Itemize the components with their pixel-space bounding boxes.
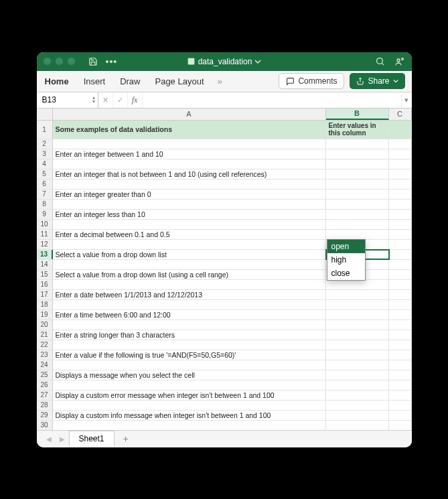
col-header-B[interactable]: B <box>326 109 389 120</box>
more-icon[interactable]: ••• <box>106 56 118 67</box>
cell[interactable] <box>389 200 412 209</box>
add-sheet-button[interactable]: + <box>115 431 137 447</box>
cell[interactable] <box>53 180 326 189</box>
row-header[interactable]: 27 <box>37 390 53 400</box>
cell[interactable] <box>326 421 389 430</box>
next-sheet-icon[interactable]: ▶ <box>56 435 69 443</box>
cell-A21[interactable]: Enter a string longer than 3 characters <box>53 330 326 340</box>
cell[interactable] <box>53 260 326 269</box>
tab-insert[interactable]: Insert <box>82 73 107 90</box>
cell[interactable] <box>389 401 412 410</box>
select-all-corner[interactable] <box>37 109 53 120</box>
row-header[interactable]: 26 <box>37 380 53 390</box>
row-header[interactable]: 17 <box>37 290 53 299</box>
save-icon[interactable] <box>88 57 98 66</box>
row-header[interactable]: 24 <box>37 360 53 370</box>
cell[interactable] <box>326 380 389 390</box>
cell[interactable] <box>326 169 389 179</box>
cell[interactable] <box>53 139 326 149</box>
cell[interactable] <box>389 421 412 430</box>
cell[interactable] <box>389 149 412 159</box>
cell[interactable] <box>326 200 389 209</box>
cell[interactable] <box>53 240 326 249</box>
cell[interactable] <box>326 190 389 199</box>
dropdown-option[interactable]: close <box>327 267 365 280</box>
more-tabs-icon[interactable]: » <box>218 76 222 86</box>
row-header[interactable]: 2 <box>37 139 53 149</box>
cell[interactable] <box>389 330 412 340</box>
cell[interactable] <box>389 139 412 149</box>
cell-A29[interactable]: Display a custom info message when integ… <box>53 411 326 420</box>
row-header[interactable]: 23 <box>37 350 53 360</box>
cell[interactable] <box>53 159 326 169</box>
cell-A27[interactable]: Display a custom error message when inte… <box>53 390 326 400</box>
fx-icon[interactable]: fx <box>128 92 143 108</box>
cell[interactable] <box>326 149 389 159</box>
name-box[interactable]: B13 ▴▾ <box>37 92 98 108</box>
cell[interactable] <box>389 260 412 269</box>
row-header[interactable]: 1 <box>37 121 53 139</box>
share-people-icon[interactable] <box>394 56 405 67</box>
sheet-tab[interactable]: Sheet1 <box>69 431 115 446</box>
tab-page-layout[interactable]: Page Layout <box>153 73 205 90</box>
row-header[interactable]: 22 <box>37 340 53 350</box>
row-header[interactable]: 16 <box>37 280 53 289</box>
row-header[interactable]: 20 <box>37 320 53 330</box>
formula-expand-icon[interactable]: ▾ <box>401 92 412 108</box>
cell[interactable] <box>326 159 389 169</box>
cell[interactable] <box>389 230 412 239</box>
cell-A19[interactable]: Enter a time between 6:00 and 12:00 <box>53 310 326 319</box>
row-header[interactable]: 25 <box>37 370 53 380</box>
cell[interactable] <box>389 210 412 219</box>
cell[interactable] <box>389 300 412 309</box>
cell[interactable] <box>389 380 412 390</box>
cell[interactable] <box>326 290 389 299</box>
cell[interactable] <box>326 280 389 289</box>
cell-A13[interactable]: Select a value from a drop down list <box>53 250 326 259</box>
cell[interactable] <box>389 280 412 289</box>
comments-button[interactable]: Comments <box>279 73 344 89</box>
cell[interactable] <box>326 230 389 239</box>
cell[interactable] <box>326 390 389 400</box>
cell-A9[interactable]: Enter an integer less than 10 <box>53 210 326 219</box>
cell[interactable] <box>389 180 412 189</box>
cell-A17[interactable]: Enter a date between 1/1/2013 and 12/12/… <box>53 290 326 299</box>
cell[interactable] <box>326 401 389 410</box>
cell[interactable] <box>53 320 326 330</box>
cell[interactable] <box>389 350 412 360</box>
search-icon[interactable] <box>375 56 385 66</box>
cell[interactable] <box>389 250 412 259</box>
cell[interactable] <box>389 360 412 370</box>
cell[interactable] <box>389 370 412 380</box>
name-box-stepper[interactable]: ▴▾ <box>92 96 95 104</box>
cell[interactable] <box>53 421 326 430</box>
dropdown-option[interactable]: open <box>327 240 365 253</box>
row-header[interactable]: 5 <box>37 169 53 179</box>
cell-A25[interactable]: Displays a message when you select the c… <box>53 370 326 380</box>
cell[interactable] <box>326 139 389 149</box>
tab-draw[interactable]: Draw <box>119 73 141 90</box>
row-header[interactable]: 8 <box>37 200 53 209</box>
cell[interactable] <box>53 200 326 209</box>
cell-A23[interactable]: Enter a value if the following is true '… <box>53 350 326 360</box>
cell[interactable] <box>53 340 326 350</box>
row-header[interactable]: 13 <box>37 250 53 259</box>
cell-C1[interactable] <box>389 121 412 139</box>
cell[interactable] <box>389 240 412 249</box>
cell[interactable] <box>326 180 389 189</box>
cell[interactable] <box>53 380 326 390</box>
row-header[interactable]: 4 <box>37 159 53 169</box>
cell[interactable] <box>389 220 412 229</box>
cell-A7[interactable]: Enter an integer greater than 0 <box>53 190 326 199</box>
cell[interactable] <box>389 390 412 400</box>
col-header-A[interactable]: A <box>53 109 326 120</box>
row-header[interactable]: 29 <box>37 411 53 420</box>
cell[interactable] <box>326 320 389 330</box>
cell[interactable] <box>389 169 412 179</box>
cell-B1[interactable]: Enter values in this column <box>326 121 389 139</box>
cell[interactable] <box>326 350 389 360</box>
cell[interactable] <box>389 411 412 420</box>
cell[interactable] <box>326 310 389 319</box>
row-header[interactable]: 21 <box>37 330 53 340</box>
accept-formula-icon[interactable]: ✓ <box>113 92 128 108</box>
